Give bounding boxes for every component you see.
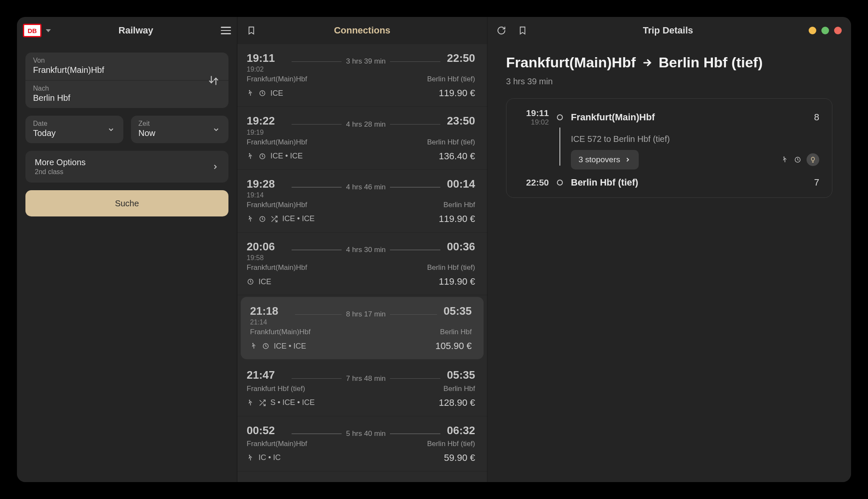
connection-icons: ICE bbox=[247, 89, 283, 98]
route-to: Berlin Hbf (tief) bbox=[659, 54, 763, 71]
price: 119.90 € bbox=[439, 213, 475, 225]
connection-item[interactable]: 21:18 8 hrs 17 min 05:35 21:14 Frankfurt… bbox=[241, 297, 484, 359]
sidebar: DB Railway Von Frankfurt(Main)Hbf Nach B… bbox=[17, 17, 237, 482]
stopovers-button[interactable]: 3 stopovers bbox=[571, 150, 639, 169]
db-logo[interactable]: DB bbox=[23, 24, 42, 37]
more-options-label: More Options bbox=[35, 158, 219, 167]
arr-time: 05:35 bbox=[447, 369, 476, 382]
segment-line bbox=[559, 128, 561, 166]
arr-time: 22:50 bbox=[447, 52, 476, 65]
walk-icon bbox=[247, 152, 254, 160]
dep-time: 21:18 bbox=[250, 305, 288, 318]
to-station: Berlin Hbf bbox=[440, 328, 472, 336]
chevron-right-icon bbox=[624, 156, 631, 163]
origin-value: Frankfurt(Main)Hbf bbox=[33, 65, 221, 75]
connection-item[interactable]: 19:22 4 hrs 28 min 23:50 19:19 Frankfurt… bbox=[237, 107, 487, 169]
train-type-label: S • ICE • ICE bbox=[270, 398, 315, 407]
origin-label: Von bbox=[33, 57, 221, 64]
price: 119.90 € bbox=[439, 88, 475, 99]
dep-delay: 19:14 bbox=[247, 191, 285, 199]
dep-delay: 19:02 bbox=[517, 118, 549, 127]
dep-delay: 19:02 bbox=[247, 66, 285, 73]
connection-item[interactable]: 19:28 4 hrs 46 min 00:14 19:14 Frankfurt… bbox=[237, 170, 487, 233]
dep-time: 19:11 bbox=[247, 52, 285, 65]
bookmark-icon[interactable] bbox=[247, 26, 256, 35]
svg-point-2 bbox=[249, 153, 250, 154]
bookmark-icon[interactable] bbox=[518, 26, 527, 35]
arr-platform: 7 bbox=[802, 177, 819, 188]
svg-point-11 bbox=[783, 157, 785, 158]
train-type-label: ICE • ICE bbox=[270, 152, 303, 161]
price: 105.90 € bbox=[435, 341, 472, 352]
date-dropdown[interactable]: Date Today bbox=[25, 116, 123, 143]
segment-departure-row: 19:11 19:02 Frankfurt(Main)Hbf 8 bbox=[517, 108, 819, 127]
dep-delay: 19:19 bbox=[247, 129, 285, 136]
from-station: Frankfurt(Main)Hbf bbox=[247, 138, 307, 147]
connection-icons: IC • IC bbox=[247, 453, 281, 462]
refresh-icon[interactable] bbox=[497, 26, 506, 35]
connection-icons: ICE • ICE bbox=[247, 152, 303, 161]
trip-details-panel: Trip Details Frankfurt(Main)Hbf Berlin H… bbox=[487, 17, 851, 482]
origin-destination-group: Von Frankfurt(Main)Hbf Nach Berlin Hbf bbox=[25, 53, 228, 108]
origin-field[interactable]: Von Frankfurt(Main)Hbf bbox=[25, 53, 228, 80]
svg-point-9 bbox=[249, 399, 250, 401]
arr-time: 05:35 bbox=[444, 305, 472, 318]
connections-list[interactable]: 19:11 3 hrs 39 min 22:50 19:02 Frankfurt… bbox=[237, 44, 487, 482]
duration: 8 hrs 17 min bbox=[288, 310, 444, 319]
segment-arrival-row: 22:50 Berlin Hbf (tief) 7 bbox=[517, 177, 819, 188]
trip-segment: 19:11 19:02 Frankfurt(Main)Hbf 8 ICE 572… bbox=[506, 98, 832, 198]
shuffle-icon bbox=[270, 215, 278, 223]
shuffle-icon bbox=[259, 399, 266, 407]
destination-field[interactable]: Nach Berlin Hbf bbox=[25, 80, 228, 108]
arrow-right-icon bbox=[642, 57, 653, 68]
provider-dropdown-icon[interactable] bbox=[46, 29, 51, 32]
hint-icon[interactable] bbox=[807, 153, 819, 166]
search-button[interactable]: Suche bbox=[25, 190, 228, 216]
more-options-button[interactable]: More Options 2nd class bbox=[25, 151, 228, 183]
price: 136.40 € bbox=[439, 151, 475, 162]
duration: 3 hrs 39 min bbox=[285, 57, 447, 66]
svg-point-7 bbox=[252, 343, 253, 344]
date-value: Today bbox=[33, 128, 116, 138]
connection-icons: ICE • ICE bbox=[247, 214, 314, 223]
duration: 4 hrs 28 min bbox=[285, 120, 447, 129]
dep-time: 19:22 bbox=[247, 114, 285, 128]
chevron-right-icon bbox=[211, 163, 219, 171]
svg-point-0 bbox=[249, 90, 250, 91]
to-station: Berlin Hbf (tief) bbox=[427, 75, 475, 83]
connection-icons: ICE bbox=[247, 277, 271, 286]
close-button[interactable] bbox=[834, 27, 842, 34]
svg-point-4 bbox=[249, 216, 250, 217]
sidebar-header: DB Railway bbox=[17, 17, 237, 44]
connection-item[interactable]: 21:47 7 hrs 48 min 05:35 Frankfurt Hbf (… bbox=[237, 361, 487, 416]
minimize-button[interactable] bbox=[809, 27, 816, 34]
connection-item[interactable]: 20:06 4 hrs 30 min 00:36 19:58 Frankfurt… bbox=[237, 233, 487, 295]
arr-time: 22:50 bbox=[517, 177, 549, 188]
time-value: Now bbox=[139, 128, 221, 138]
stop-dot-icon bbox=[557, 180, 563, 186]
price: 128.90 € bbox=[439, 397, 475, 408]
chevron-down-icon bbox=[107, 126, 115, 133]
connection-icons: S • ICE • ICE bbox=[247, 398, 315, 407]
walk-icon bbox=[247, 89, 254, 97]
to-station: Berlin Hbf (tief) bbox=[427, 263, 475, 272]
swap-icon[interactable] bbox=[208, 75, 219, 86]
connection-icons: ICE • ICE bbox=[250, 342, 306, 351]
menu-button[interactable] bbox=[221, 27, 231, 34]
walk-icon bbox=[247, 215, 254, 223]
dep-delay: 19:58 bbox=[247, 254, 285, 262]
search-form: Von Frankfurt(Main)Hbf Nach Berlin Hbf D… bbox=[17, 44, 237, 225]
to-station: Berlin Hbf bbox=[443, 201, 475, 209]
connection-item[interactable]: 00:52 5 hrs 40 min 06:32 Frankfurt(Main)… bbox=[237, 416, 487, 471]
load-icon bbox=[259, 152, 266, 160]
load-icon bbox=[259, 215, 266, 223]
duration: 5 hrs 40 min bbox=[285, 430, 447, 438]
maximize-button[interactable] bbox=[821, 27, 829, 34]
date-label: Date bbox=[33, 120, 116, 128]
details-header: Trip Details bbox=[487, 17, 851, 44]
load-icon bbox=[262, 342, 270, 350]
time-dropdown[interactable]: Zeit Now bbox=[131, 116, 229, 143]
connection-item[interactable]: 19:11 3 hrs 39 min 22:50 19:02 Frankfurt… bbox=[237, 44, 487, 107]
walk-icon bbox=[781, 156, 789, 164]
to-station: Berlin Hbf (tief) bbox=[427, 440, 475, 448]
